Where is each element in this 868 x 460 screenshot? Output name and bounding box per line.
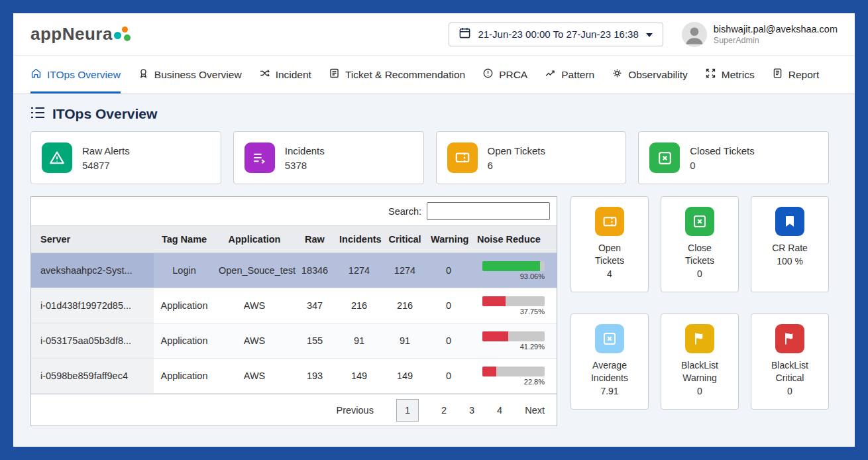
kpi-label: CR Rate bbox=[766, 242, 814, 255]
user-role: SuperAdmin bbox=[714, 36, 838, 45]
noise-reduce-percent: 41.29% bbox=[482, 343, 545, 351]
header-right: 21-Jun-23 00:00 To 27-Jun-23 16:38 bishw… bbox=[449, 22, 838, 47]
tab-label: Ticket & Recommendation bbox=[345, 69, 465, 81]
tab-incident[interactable]: Incident bbox=[259, 56, 311, 93]
tab-report[interactable]: Report bbox=[772, 56, 820, 93]
tab-pattern[interactable]: Pattern bbox=[545, 56, 594, 93]
cell-incidents: 216 bbox=[335, 288, 383, 323]
server-table-panel: Search: Server Tag Name Application Raw bbox=[30, 196, 557, 426]
cell-noise-reduce: 22.8% bbox=[470, 359, 557, 394]
table-row[interactable]: i-053175aa05b3df8... Application AWS 155… bbox=[31, 323, 557, 359]
kpi-label: Open Tickets bbox=[586, 242, 633, 267]
cell-warning: 0 bbox=[427, 323, 470, 359]
pagination-page-3[interactable]: 3 bbox=[469, 405, 474, 416]
stat-label: Closed Tickets bbox=[690, 145, 755, 156]
tab-business-overview[interactable]: Business Overview bbox=[138, 56, 242, 93]
pagination-next[interactable]: Next bbox=[525, 405, 545, 416]
app-window: appNeura 21-Jun-23 00:00 To 27-Jun-23 16… bbox=[13, 13, 855, 447]
pagination-previous[interactable]: Previous bbox=[337, 405, 374, 416]
column-header-application[interactable]: Application bbox=[215, 226, 294, 253]
stat-cards-row: Raw Alerts 54877 Incidents 5378 Open T bbox=[30, 131, 829, 184]
stat-text: Incidents 5378 bbox=[285, 145, 325, 171]
ticket-recommendation-icon bbox=[329, 68, 340, 82]
cell-critical: 1274 bbox=[383, 253, 427, 288]
page-title-row: ITOps Overview bbox=[30, 94, 829, 131]
ticket-icon bbox=[595, 207, 624, 236]
kpi-card-cr-rate: CR Rate 100 % bbox=[751, 196, 829, 292]
logo-dot-orange-icon bbox=[122, 27, 128, 32]
tab-observability[interactable]: Observability bbox=[612, 56, 688, 93]
tab-ticket-recommendation[interactable]: Ticket & Recommendation bbox=[329, 56, 465, 93]
table-row[interactable]: avekshaahpc2-Syst... Login Open_Souce_te… bbox=[31, 253, 557, 288]
stat-value: 6 bbox=[488, 160, 546, 171]
incidents-list-icon bbox=[244, 143, 275, 173]
tab-label: Report bbox=[788, 69, 820, 81]
table-row[interactable]: i-01d438f19972d85... Application AWS 347… bbox=[31, 288, 557, 323]
search-label: Search: bbox=[388, 206, 421, 217]
stat-value: 54877 bbox=[82, 160, 130, 171]
cell-tag-name: Application bbox=[154, 288, 215, 323]
pagination-page-4[interactable]: 4 bbox=[497, 405, 502, 416]
column-header-critical[interactable]: Critical bbox=[383, 226, 427, 253]
app-header: appNeura 21-Jun-23 00:00 To 27-Jun-23 16… bbox=[13, 13, 855, 56]
closed-square-icon bbox=[649, 143, 680, 173]
noise-reduce-bar bbox=[482, 367, 545, 376]
tab-label: Business Overview bbox=[154, 69, 242, 81]
cell-raw: 347 bbox=[294, 288, 335, 323]
pagination-page-2[interactable]: 2 bbox=[441, 405, 447, 416]
cell-raw: 193 bbox=[294, 359, 335, 394]
table-search-input[interactable] bbox=[427, 202, 550, 220]
cell-tag-name: Application bbox=[154, 359, 215, 394]
user-menu[interactable]: bishwajit.pal@avekshaa.com SuperAdmin bbox=[682, 22, 838, 47]
pagination-page-1[interactable]: 1 bbox=[396, 399, 419, 422]
kpi-card-average-incidents: Average Incidents 7.91 bbox=[570, 314, 649, 410]
column-header-tag-name[interactable]: Tag Name bbox=[154, 226, 215, 253]
ticket-icon bbox=[447, 143, 478, 173]
kpi-value: 0 bbox=[697, 268, 702, 279]
noise-reduce-percent: 37.75% bbox=[482, 308, 545, 316]
stat-label: Raw Alerts bbox=[82, 145, 130, 156]
cell-server: avekshaahpc2-Syst... bbox=[31, 253, 154, 288]
cell-critical: 149 bbox=[383, 359, 427, 394]
kpi-card-close-tickets: Close Tickets 0 bbox=[661, 196, 739, 292]
calendar-icon bbox=[459, 27, 471, 42]
stat-value: 5378 bbox=[285, 160, 325, 171]
main-content: ITOps Overview Raw Alerts 54877 Incident… bbox=[13, 94, 855, 447]
cell-incidents: 91 bbox=[335, 323, 383, 359]
column-header-server[interactable]: Server bbox=[31, 226, 154, 253]
cell-application: AWS bbox=[215, 359, 294, 394]
column-header-incidents[interactable]: Incidents bbox=[335, 226, 383, 253]
cell-critical: 216 bbox=[383, 288, 427, 323]
list-icon bbox=[30, 107, 45, 121]
cell-critical: 91 bbox=[383, 323, 427, 359]
cell-server: i-0598be859faff9ec4 bbox=[31, 359, 154, 394]
cell-server: i-053175aa05b3df8... bbox=[31, 323, 154, 359]
tab-itops-overview[interactable]: ITOps Overview bbox=[30, 56, 121, 93]
prca-icon bbox=[482, 68, 494, 82]
column-header-warning[interactable]: Warning bbox=[427, 226, 470, 253]
kpi-card-blacklist-critical: BlackList Critical 0 bbox=[751, 314, 829, 410]
noise-reduce-bar bbox=[482, 296, 545, 306]
noise-reduce-percent: 22.8% bbox=[482, 378, 545, 386]
stat-text: Open Tickets 6 bbox=[488, 145, 546, 171]
logo-text: appNeura bbox=[30, 24, 113, 44]
closed-square-icon bbox=[685, 207, 714, 236]
logo-dot-green-icon bbox=[124, 34, 131, 41]
kpi-value: 100 % bbox=[777, 256, 803, 266]
table-search-row: Search: bbox=[31, 197, 557, 225]
tab-prca[interactable]: PRCA bbox=[482, 56, 527, 93]
cell-tag-name: Application bbox=[154, 323, 215, 359]
cell-application: Open_Souce_test bbox=[215, 253, 294, 288]
table-row[interactable]: i-0598be859faff9ec4 Application AWS 193 … bbox=[31, 359, 557, 394]
main-nav: ITOps Overview Business Overview Inciden… bbox=[13, 56, 855, 94]
noise-reduce-bar bbox=[482, 331, 545, 341]
stat-label: Open Tickets bbox=[488, 145, 546, 156]
table-pagination: Previous 1 2 3 4 Next bbox=[31, 394, 557, 426]
tab-label: PRCA bbox=[499, 69, 527, 81]
tab-metrics[interactable]: Metrics bbox=[705, 56, 755, 93]
date-range-picker[interactable]: 21-Jun-23 00:00 To 27-Jun-23 16:38 bbox=[449, 23, 663, 46]
cell-noise-reduce: 93.06% bbox=[470, 253, 557, 288]
column-header-raw[interactable]: Raw bbox=[294, 226, 335, 253]
column-header-noise-reduce[interactable]: Noise Reduce bbox=[470, 226, 557, 253]
noise-reduce-bar bbox=[482, 261, 545, 271]
